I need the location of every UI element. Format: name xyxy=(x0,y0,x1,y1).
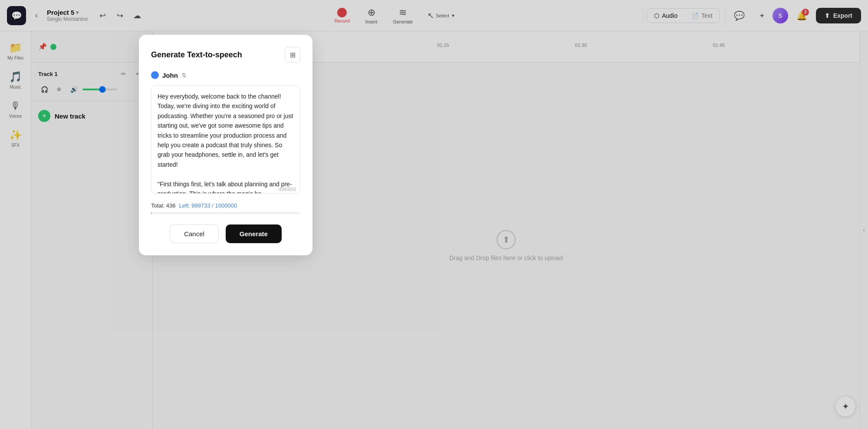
modal-actions: Cancel Generate xyxy=(151,224,300,243)
tts-text-input[interactable]: Hey everybody, welcome back to the chann… xyxy=(151,85,300,194)
cancel-button[interactable]: Cancel xyxy=(170,224,219,243)
modal-title: Generate Text-to-speech xyxy=(151,50,242,59)
modal-grid-icon[interactable]: ⊞ xyxy=(285,47,300,63)
voice-selector[interactable]: John ⇅ xyxy=(151,71,300,79)
usage-bar xyxy=(151,212,300,214)
modal-overlay: Generate Text-to-speech ⊞ John ⇅ Hey eve… xyxy=(0,0,868,429)
usage-row: Total: 436 Left: 999733 / 1000000 xyxy=(151,202,300,209)
usage-left: Left: 999733 / 1000000 xyxy=(179,202,237,209)
voice-chevron-icon[interactable]: ⇅ xyxy=(181,72,187,79)
char-count: 436/600 xyxy=(279,187,296,192)
modal-header: Generate Text-to-speech ⊞ xyxy=(151,47,300,63)
tts-modal: Generate Text-to-speech ⊞ John ⇅ Hey eve… xyxy=(139,35,312,255)
usage-total: Total: 436 xyxy=(151,202,175,209)
voice-dot-icon xyxy=(151,71,159,79)
voice-name: John xyxy=(162,72,178,79)
generate-tts-button[interactable]: Generate xyxy=(226,224,282,243)
text-area-wrapper: Hey everybody, welcome back to the chann… xyxy=(151,85,300,195)
